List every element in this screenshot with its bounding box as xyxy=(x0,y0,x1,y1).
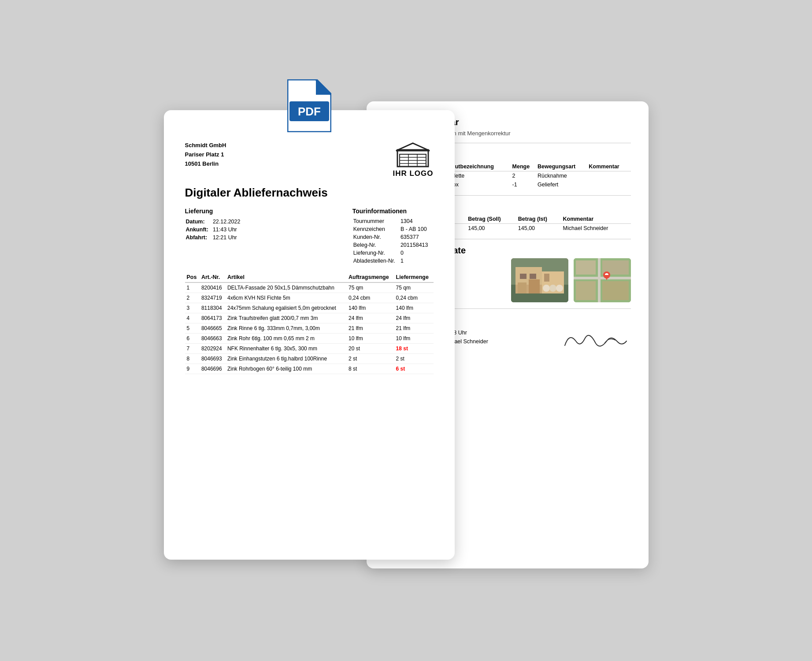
lieferungnr-value: 0 xyxy=(400,249,433,256)
foto-1 xyxy=(511,258,568,302)
kundennr-label: Kunden-Nr. xyxy=(353,234,400,241)
table-cell: 24 lfm xyxy=(394,313,434,323)
table-cell: 24x75mm Schalung egalisiert 5,0m getrock… xyxy=(226,303,347,313)
svg-rect-15 xyxy=(598,258,601,302)
svg-rect-16 xyxy=(574,277,631,279)
table-cell: 4x6cm KVH NSI Fichte 5m xyxy=(226,293,347,303)
company-city: 10501 Berlin xyxy=(185,160,226,169)
table-row: 98046696Zink Rohrbogen 60° 6-teilig 100 … xyxy=(185,364,434,374)
table-row: 58046665Zink Rinne 6 tlg. 333mm 0,7mm, 3… xyxy=(185,323,434,334)
svg-rect-19 xyxy=(576,281,596,300)
abfahrt-label: Abfahrt: xyxy=(186,234,212,241)
svg-rect-4 xyxy=(520,274,527,279)
table-cell: 75 qm xyxy=(394,282,434,293)
table-cell: 8 xyxy=(185,354,200,364)
svg-rect-17 xyxy=(576,260,596,275)
svg-marker-25 xyxy=(316,79,331,95)
table-cell: Zink Rohr 6tlg. 100 mm 0,65 mm 2 m xyxy=(226,334,347,344)
foto1-svg xyxy=(511,258,568,302)
table-cell: Zink Rinne 6 tlg. 333mm 0,7mm, 3,00m xyxy=(226,323,347,334)
pfandgut-col-menge: Menge xyxy=(512,162,538,171)
table-cell: 8118304 xyxy=(200,303,226,313)
zahlungen-cell: 145,00 xyxy=(468,224,518,233)
svg-point-12 xyxy=(556,285,563,292)
table-cell: 2 st xyxy=(347,354,394,364)
table-cell: 5 xyxy=(185,323,200,334)
logo-icon-svg xyxy=(395,141,430,167)
company-name: Schmidt GmbH xyxy=(185,141,226,150)
tournummer-value: 1304 xyxy=(400,218,433,225)
table-cell: 8046696 xyxy=(200,364,226,374)
table-cell: 9 xyxy=(185,364,200,374)
svg-rect-7 xyxy=(529,279,540,293)
table-cell: 21 lfm xyxy=(347,323,394,334)
table-cell: 8 st xyxy=(347,364,394,374)
table-cell: 4 xyxy=(185,313,200,323)
tour-info: Tourinformationen Tournummer 1304 Kennze… xyxy=(352,208,434,265)
pfandgut-cell xyxy=(589,171,630,181)
svg-rect-20 xyxy=(602,281,629,300)
table-cell: 21 lfm xyxy=(394,323,434,334)
ankunft-label: Ankunft: xyxy=(186,226,212,233)
table-cell: 8046663 xyxy=(200,334,226,344)
table-cell: 1 xyxy=(185,282,200,293)
col-auftrag: Auftragsmenge xyxy=(347,272,394,282)
svg-point-11 xyxy=(549,285,556,292)
table-row: 68046663Zink Rohr 6tlg. 100 mm 0,65 mm 2… xyxy=(185,334,434,344)
signature-image xyxy=(560,328,631,354)
fotos-images xyxy=(511,258,631,302)
card-front: PDF Schmidt GmbH Pariser Platz 1 10501 B… xyxy=(164,110,455,560)
belegnr-label: Beleg-Nr. xyxy=(353,241,400,249)
datum-label: Datum: xyxy=(186,218,212,225)
tour-title: Tourinformationen xyxy=(352,208,434,215)
foto2-svg xyxy=(574,258,631,302)
svg-rect-9 xyxy=(544,274,549,282)
table-cell: 140 lfm xyxy=(347,303,394,313)
main-container: Fahrerkommentar Ware beim Kunden entlade… xyxy=(164,66,649,595)
pdf-icon: PDF xyxy=(287,79,331,132)
table-row: 78202924NFK Rinnenhalter 6 tlg. 30x5, 30… xyxy=(185,344,434,354)
table-cell: 10 lfm xyxy=(394,334,434,344)
pfandgut-cell: -1 xyxy=(512,180,538,189)
table-row: 88046693Zink Einhangstutzen 6 tlg.halbrd… xyxy=(185,354,434,364)
svg-text:PDF: PDF xyxy=(298,105,321,118)
kundennr-value: 635377 xyxy=(400,234,433,241)
pfandgut-cell: 2 xyxy=(512,171,538,181)
belegnr-value: 201158413 xyxy=(400,241,433,249)
table-row: 3811830424x75mm Schalung egalisiert 5,0m… xyxy=(185,303,434,313)
col-artnr: Art.-Nr. xyxy=(200,272,226,282)
company-street: Pariser Platz 1 xyxy=(185,150,226,160)
doc-title: Digitaler Abliefernachweis xyxy=(185,186,434,200)
table-cell: Zink Einhangstutzen 6 tlg.halbrd 100Rinn… xyxy=(226,354,347,364)
table-cell: DELTA-Fassade 20 50x1,5 Dämmschutzbahn xyxy=(226,282,347,293)
table-cell: 8064173 xyxy=(200,313,226,323)
table-cell: 20 st xyxy=(347,344,394,354)
table-cell: 7 xyxy=(185,344,200,354)
zahlungen-cell: Michael Schneider xyxy=(563,224,631,233)
table-cell: 8200416 xyxy=(200,282,226,293)
table-cell: 75 qm xyxy=(347,282,394,293)
lieferung-section: Lieferung Datum: 22.12.2022 Ankunft: 11:… xyxy=(185,208,434,265)
abfahrt-value: 12:21 Uhr xyxy=(213,234,244,241)
table-cell: 8324719 xyxy=(200,293,226,303)
tournummer-label: Tournummer xyxy=(353,218,400,225)
table-cell: 8202924 xyxy=(200,344,226,354)
pfandgut-cell xyxy=(589,180,630,189)
datum-value: 22.12.2022 xyxy=(213,218,244,225)
table-cell: 8046665 xyxy=(200,323,226,334)
articles-table: Pos Art.-Nr. Artikel Auftragsmenge Liefe… xyxy=(185,272,434,374)
table-cell: 18 st xyxy=(394,344,434,354)
lieferung-label: Lieferung xyxy=(185,208,245,215)
abladestellen-value: 1 xyxy=(400,257,433,264)
z-col-ist: Betrag (Ist) xyxy=(518,215,563,224)
logo-area: IHR LOGO xyxy=(393,141,433,178)
logo-text: IHR LOGO xyxy=(393,169,433,178)
lieferungnr-label: Lieferung-Nr. xyxy=(353,249,400,256)
table-cell: 6 xyxy=(185,334,200,344)
table-cell: 0,24 cbm xyxy=(394,293,434,303)
table-cell: 2 st xyxy=(394,354,434,364)
abladestellen-label: Abladestellen-Nr. xyxy=(353,257,400,264)
company-address: Schmidt GmbH Pariser Platz 1 10501 Berli… xyxy=(185,141,226,168)
table-cell: NFK Rinnenhalter 6 tlg. 30x5, 300 mm xyxy=(226,344,347,354)
pdf-icon-wrap: PDF xyxy=(287,79,331,132)
